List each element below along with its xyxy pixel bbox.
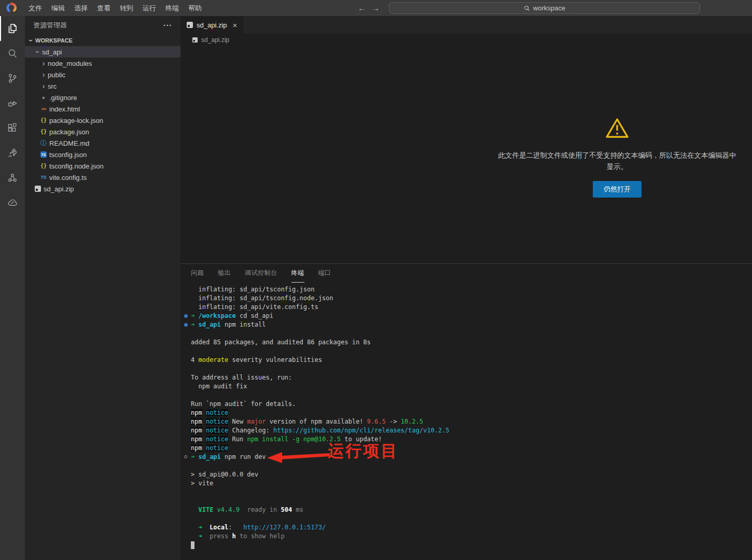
tree-item-label: README.md xyxy=(49,139,89,147)
terminal-line: ➜ /workspace cd sd_api xyxy=(191,312,752,320)
terminal-line: > sd_api@0.0.0 dev xyxy=(191,470,752,479)
terminal-line: inflating: sd_api/vite.config.ts xyxy=(191,303,752,312)
cloud-icon[interactable] xyxy=(0,190,25,215)
terminal-line xyxy=(191,391,752,400)
panel-tab[interactable]: 问题 xyxy=(191,264,204,283)
annotation-label: 运行项目 xyxy=(328,441,398,460)
tree-item-src[interactable]: ›src xyxy=(25,80,180,92)
terminal-line: > vite xyxy=(191,479,752,488)
terminal-line: npm audit fix xyxy=(191,382,752,391)
zip-file-icon xyxy=(34,186,42,192)
chevron-down-icon: › xyxy=(34,48,41,56)
forward-icon[interactable]: → xyxy=(372,4,380,12)
menu-item[interactable]: 帮助 xyxy=(184,0,206,16)
search-icon xyxy=(524,5,530,11)
rocket-icon[interactable] xyxy=(0,141,25,165)
terminal-line: npm notice xyxy=(191,409,752,417)
back-icon[interactable]: ← xyxy=(358,4,366,12)
tree-item-label: tsconfig.json xyxy=(49,151,87,159)
breadcrumb-item: sd_api.zip xyxy=(201,36,229,44)
tree-item-label: sd_api xyxy=(42,48,62,56)
menu-item[interactable]: 选择 xyxy=(69,0,92,16)
tree-item-sd-api[interactable]: ›sd_api xyxy=(25,46,180,58)
workspace-section-header[interactable]: › WORKSPACE xyxy=(25,35,180,46)
tree-item-label: src xyxy=(48,82,57,90)
panel-tab[interactable]: 调试控制台 xyxy=(245,264,277,283)
tree-item-tsconfig-json[interactable]: TStsconfig.json xyxy=(25,149,180,160)
tree-item-label: node_modules xyxy=(48,60,92,67)
terminal-line xyxy=(191,497,752,506)
explorer-icon[interactable] xyxy=(0,16,25,41)
json-icon: {} xyxy=(39,118,48,123)
markdown-info-icon: ⓘ xyxy=(39,140,48,146)
terminal-line: Run `npm audit` for details. xyxy=(191,400,752,409)
tree-item-label: vite.config.ts xyxy=(49,174,87,181)
command-center-search[interactable]: workspace xyxy=(389,2,700,14)
tree-item-node-modules[interactable]: ›node_modules xyxy=(25,58,180,69)
tree-item-package-lock-json[interactable]: {}package-lock.json xyxy=(25,115,180,126)
editor-tab-bar: sd_api.zip × xyxy=(180,16,752,34)
tab-sd-api-zip[interactable]: sd_api.zip × xyxy=(180,16,243,34)
terminal-line: npm notice New major version of npm avai… xyxy=(191,417,752,426)
terminal-line: npm notice Run npm install -g npm@10.2.5… xyxy=(191,435,752,444)
app-logo-icon xyxy=(6,2,17,13)
panel-tab[interactable]: 输出 xyxy=(218,264,231,283)
tree-item-public[interactable]: ›public xyxy=(25,69,180,80)
panel-tab[interactable]: 端口 xyxy=(318,264,331,283)
extensions-icon[interactable] xyxy=(0,116,25,141)
menu-bar: 文件编辑选择查看转到运行终端帮助 xyxy=(24,0,206,16)
tree-item-vite-config-ts[interactable]: TSvite.config.ts xyxy=(25,172,180,183)
terminal-line: To address all issues, run: xyxy=(191,373,752,382)
terminal-line: ➜ sd_api npm install xyxy=(191,320,752,329)
tree-item-index-html[interactable]: <>index.html xyxy=(25,103,180,115)
annotation-arrow xyxy=(267,451,330,464)
tree-item-label: package.json xyxy=(49,128,89,136)
warning-icon xyxy=(605,117,629,139)
zip-file-icon xyxy=(192,37,198,43)
binary-file-warning: 此文件是二进制文件或使用了不受支持的文本编码，所以无法在文本编辑器中显示。 仍然… xyxy=(498,117,736,198)
tree-item--gitignore[interactable]: ◆.gitignore xyxy=(25,92,180,103)
titlebar: 文件编辑选择查看转到运行终端帮助 ← → workspace xyxy=(0,0,752,16)
terminal-line: added 85 packages, and audited 86 packag… xyxy=(191,338,752,347)
terminal-line xyxy=(191,347,752,356)
tree-item-sd-api-zip[interactable]: sd_api.zip xyxy=(25,183,180,194)
search-view-icon[interactable] xyxy=(0,41,25,66)
open-anyway-button[interactable]: 仍然打开 xyxy=(593,181,642,198)
close-icon[interactable]: × xyxy=(233,21,238,30)
search-text: workspace xyxy=(533,4,565,12)
menu-item[interactable]: 运行 xyxy=(138,0,161,16)
typescript-icon: TS xyxy=(39,175,48,180)
file-tree: ›sd_api›node_modules›public›src◆.gitigno… xyxy=(25,46,180,194)
menu-item[interactable]: 终端 xyxy=(161,0,184,16)
command-success-dot-icon xyxy=(184,323,188,327)
menu-item[interactable]: 转到 xyxy=(115,0,138,16)
tree-item-label: sd_api.zip xyxy=(44,185,74,193)
tree-item-readme-md[interactable]: ⓘREADME.md xyxy=(25,137,180,149)
terminal-line: 4 moderate severity vulnerabilities xyxy=(191,356,752,365)
share-icon[interactable] xyxy=(0,165,25,190)
json-icon: {} xyxy=(39,129,48,134)
vscode-window: { "titlebar": { "menus": ["文件", "编辑", "选… xyxy=(0,0,752,560)
menu-item[interactable]: 文件 xyxy=(24,0,47,16)
menu-item[interactable]: 查看 xyxy=(92,0,115,16)
source-control-icon[interactable] xyxy=(0,66,25,91)
explorer-sidebar: 资源管理器 ··· › WORKSPACE ›sd_api›node_modul… xyxy=(25,16,180,560)
terminal[interactable]: inflating: sd_api/tsconfig.json inflatin… xyxy=(180,283,752,560)
explorer-title: 资源管理器 xyxy=(33,21,67,30)
menu-item[interactable]: 编辑 xyxy=(47,0,69,16)
chevron-right-icon: › xyxy=(39,60,48,67)
terminal-line xyxy=(191,514,752,523)
history-nav: ← → xyxy=(358,0,380,16)
tree-item-package-json[interactable]: {}package.json xyxy=(25,126,180,137)
terminal-line: VITE v4.4.9 ready in 504 ms xyxy=(191,506,752,514)
panel-tab[interactable]: 终端 xyxy=(291,264,304,283)
command-success-dot-icon xyxy=(184,314,188,318)
breadcrumb[interactable]: sd_api.zip xyxy=(180,34,752,46)
more-actions-icon[interactable]: ··· xyxy=(163,21,172,30)
chevron-right-icon: › xyxy=(39,71,48,78)
bottom-panel: 问题输出调试控制台终端端口 inflating: sd_api/tsconfig… xyxy=(180,263,752,560)
terminal-line: inflating: sd_api/tsconfig.json xyxy=(191,285,752,294)
tree-item-tsconfig-node-json[interactable]: {}tsconfig.node.json xyxy=(25,160,180,172)
terminal-line: ➜ press h to show help xyxy=(191,532,752,541)
run-debug-icon[interactable] xyxy=(0,91,25,116)
